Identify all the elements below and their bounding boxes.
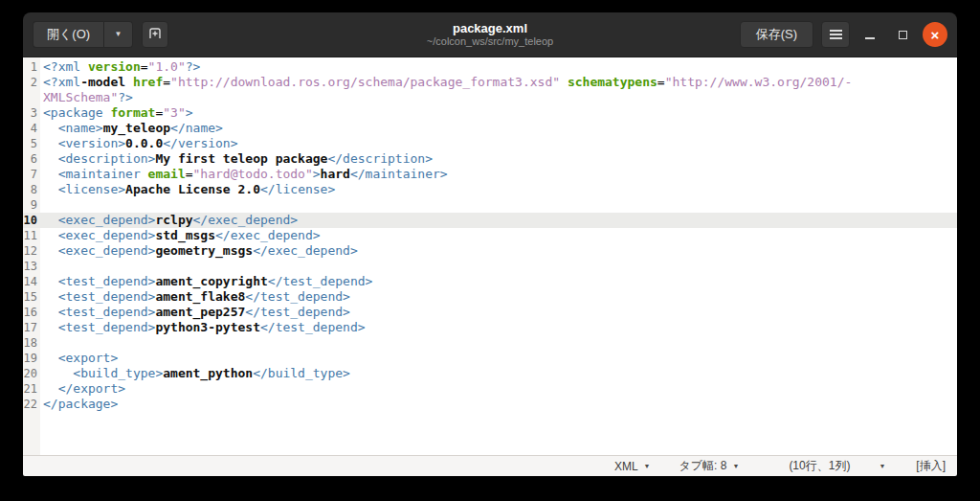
tab-width-label: タブ幅: 8: [679, 458, 727, 474]
code-line[interactable]: XMLSchema"?>: [23, 90, 957, 105]
code-line[interactable]: 22</package>: [23, 397, 957, 412]
maximize-button[interactable]: [890, 22, 915, 47]
line-number: 3: [23, 105, 40, 121]
code-line[interactable]: 5 <version>0.0.0</version>: [23, 136, 957, 151]
cursor-position: (10行、1列): [789, 458, 850, 474]
line-number: 6: [23, 151, 40, 167]
new-document-button[interactable]: [142, 21, 168, 48]
open-split-button: 開く(O) ▼: [33, 21, 133, 48]
code-line[interactable]: 14 <test_depend>ament_copyright</test_de…: [23, 274, 957, 289]
line-number: 11: [23, 228, 40, 243]
minimize-icon: [865, 37, 875, 39]
code-line-text: <package format="3">: [40, 105, 957, 121]
open-dropdown-button[interactable]: ▼: [104, 21, 133, 48]
language-selector[interactable]: XML ▼: [614, 460, 651, 473]
code-line[interactable]: 6 <description>My first teleop package</…: [23, 151, 957, 167]
code-line-text: <test_depend>ament_pep257</test_depend>: [40, 305, 957, 320]
code-line[interactable]: 1<?xml version="1.0"?>: [23, 59, 957, 75]
insert-mode-indicator: [挿入]: [916, 458, 946, 474]
maximize-icon: [899, 31, 907, 39]
goto-line-dropdown[interactable]: ▼: [879, 463, 885, 469]
code-line[interactable]: 20 <build_type>ament_python</build_type>: [23, 366, 957, 381]
code-line[interactable]: 21 </export>: [23, 381, 957, 397]
code-line-text: <description>My first teleop package</de…: [40, 151, 957, 167]
gedit-window: 開く(O) ▼ package.xml: [23, 12, 957, 476]
language-label: XML: [614, 460, 638, 473]
save-button[interactable]: 保存(S): [740, 21, 813, 48]
code-line-text: <version>0.0.0</version>: [40, 136, 957, 151]
chevron-down-icon: ▼: [115, 31, 122, 38]
desktop-background: 開く(O) ▼ package.xml: [0, 0, 980, 501]
code-line[interactable]: 7 <maintainer email="hard@todo.todo">har…: [23, 167, 957, 182]
code-line-text: <exec_depend>std_msgs</exec_depend>: [40, 228, 957, 243]
line-number: 7: [23, 167, 40, 182]
line-number: 22: [23, 397, 40, 412]
tab-width-selector[interactable]: タブ幅: 8 ▼: [679, 458, 740, 474]
close-button[interactable]: ×: [923, 22, 947, 47]
code-line[interactable]: 10 <exec_depend>rclpy</exec_depend>: [23, 213, 957, 228]
code-line[interactable]: 17 <test_depend>python3-pytest</test_dep…: [23, 320, 957, 335]
window-subtitle: ~/colcon_ws/src/my_teleop: [427, 35, 553, 48]
code-line-text: <build_type>ament_python</build_type>: [40, 366, 957, 381]
code-line-text: <license>Apache License 2.0</license>: [40, 182, 957, 197]
close-icon: ×: [931, 28, 940, 42]
line-number: 20: [23, 366, 40, 381]
line-number: 17: [23, 320, 40, 335]
code-line-text: XMLSchema"?>: [40, 90, 957, 105]
hamburger-icon: [830, 30, 842, 32]
line-number: 13: [23, 259, 40, 274]
line-number: [23, 90, 40, 105]
line-number: 15: [23, 289, 40, 305]
code-line[interactable]: 12 <exec_depend>geometry_msgs</exec_depe…: [23, 243, 957, 259]
line-number: 9: [23, 197, 40, 213]
code-line[interactable]: 3<package format="3">: [23, 105, 957, 121]
code-line[interactable]: 19 <export>: [23, 351, 957, 366]
code-line[interactable]: 15 <test_depend>ament_flake8</test_depen…: [23, 289, 957, 305]
window-title: package.xml: [453, 21, 527, 35]
code-line-text: </package>: [40, 397, 957, 412]
code-line[interactable]: 9: [23, 197, 957, 213]
code-lines: 1<?xml version="1.0"?>2<?xml-model href=…: [23, 59, 957, 412]
code-line-text: <export>: [40, 351, 957, 366]
insert-mode-label: [挿入]: [916, 458, 946, 474]
code-line-text: [40, 259, 957, 274]
code-line[interactable]: 11 <exec_depend>std_msgs</exec_depend>: [23, 228, 957, 243]
code-line[interactable]: 13: [23, 259, 957, 274]
code-line-text: </export>: [40, 381, 957, 397]
code-line-text: <test_depend>python3-pytest</test_depend…: [40, 320, 957, 335]
editor-area[interactable]: 1<?xml version="1.0"?>2<?xml-model href=…: [23, 57, 957, 455]
code-line-text: <test_depend>ament_copyright</test_depen…: [40, 274, 957, 289]
new-tab-icon: [147, 26, 163, 44]
code-line-text: <name>my_teleop</name>: [40, 121, 957, 136]
code-line[interactable]: 18: [23, 335, 957, 351]
line-number: 21: [23, 381, 40, 397]
code-line[interactable]: 4 <name>my_teleop</name>: [23, 121, 957, 136]
code-line-text: [40, 197, 957, 213]
code-line-text: <maintainer email="hard@todo.todo">hard<…: [40, 167, 957, 182]
line-number: 12: [23, 243, 40, 259]
chevron-down-icon: ▼: [644, 463, 651, 469]
code-line[interactable]: 16 <test_depend>ament_pep257</test_depen…: [23, 305, 957, 320]
line-number: 2: [23, 75, 40, 90]
code-line-text: <test_depend>ament_flake8</test_depend>: [40, 289, 957, 305]
chevron-down-icon: ▼: [879, 463, 885, 469]
open-button[interactable]: 開く(O): [33, 21, 104, 48]
line-number: 1: [23, 59, 40, 75]
menu-button[interactable]: [821, 21, 850, 48]
chevron-down-icon: ▼: [732, 463, 739, 469]
code-line-text: <exec_depend>geometry_msgs</exec_depend>: [40, 243, 957, 259]
line-number: 14: [23, 274, 40, 289]
code-line-text: <?xml-model href="http://download.ros.or…: [40, 75, 957, 90]
line-number: 5: [23, 136, 40, 151]
code-line-text: [40, 335, 957, 351]
code-line-text: <exec_depend>rclpy</exec_depend>: [40, 213, 957, 228]
save-button-label: 保存(S): [756, 26, 797, 43]
open-button-label: 開く(O): [47, 26, 90, 43]
cursor-position-label: (10行、1列): [789, 458, 850, 474]
statusbar: XML ▼ タブ幅: 8 ▼ (10行、1列) ▼ [挿入]: [23, 455, 957, 476]
code-line[interactable]: 8 <license>Apache License 2.0</license>: [23, 182, 957, 197]
code-line[interactable]: 2<?xml-model href="http://download.ros.o…: [23, 75, 957, 90]
minimize-button[interactable]: [858, 22, 882, 47]
line-number: 10: [23, 213, 40, 228]
line-number: 16: [23, 305, 40, 320]
